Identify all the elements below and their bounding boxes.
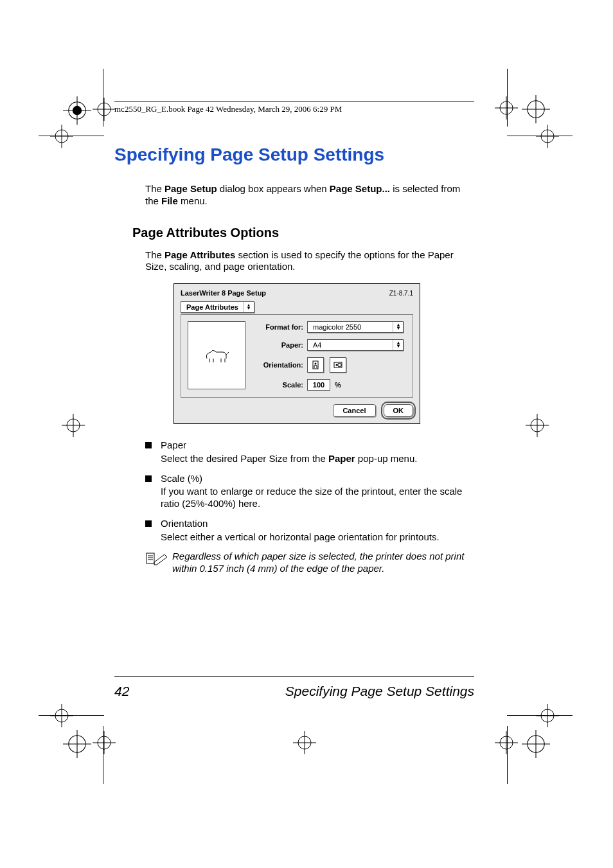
orientation-portrait-button[interactable] [307,357,324,373]
crop-cross-icon [293,731,316,754]
bullet-body: Select either a vertical or horizontal p… [161,531,440,542]
crop-cross-icon [62,414,85,437]
svg-point-47 [315,363,317,365]
chevron-updown-icon: ▴▾ [244,302,254,312]
crop-cross-icon [93,98,116,121]
bullet-body: Select the desired Paper Size from the P… [161,453,417,464]
chevron-updown-icon: ▴▾ [393,322,403,332]
scale-unit: % [335,381,341,389]
page-preview [188,321,245,389]
orientation-label: Orientation: [257,361,307,369]
section-body: The Page Attributes section is used to s… [145,249,474,274]
crop-line [507,715,573,716]
page-number: 42 [114,684,129,699]
dialog-screenshot: LaserWriter 8 Page Setup Z1-8.7.1 Page A… [173,283,474,424]
svg-point-49 [336,364,338,366]
crop-cross-icon [50,704,73,727]
crop-line [507,726,508,784]
registration-mark-icon [522,95,550,123]
crop-cross-icon [93,731,116,754]
format-for-label: Format for: [257,323,307,331]
crop-cross-icon [536,125,559,148]
paper-select[interactable]: A4 ▴▾ [307,339,404,351]
bullet-title: Orientation [161,518,474,530]
registration-mark-icon [63,96,91,125]
crop-line [103,726,103,784]
footer-title: Specifying Page Setup Settings [285,684,474,699]
crop-line [39,715,104,716]
crop-cross-icon [536,704,559,727]
bullet-title: Scale (%) [161,473,474,485]
crop-line [507,136,573,136]
registration-mark-icon [522,730,550,758]
crop-line [507,69,508,127]
chevron-updown-icon: ▴▾ [393,340,403,350]
crop-line [39,136,104,136]
dialog-version: Z1-8.7.1 [389,290,413,297]
bullet-body: If you want to enlarge or reduce the siz… [161,486,462,509]
registration-mark-icon [63,730,91,758]
note-text: Regardless of which paper size is select… [172,551,474,575]
crop-cross-icon [50,125,73,148]
footer-rule [114,676,474,677]
note-icon [145,551,172,575]
tab-select[interactable]: Page Attributes ▴▾ [181,301,254,313]
bullet-title: Paper [161,439,474,452]
page-title: Specifying Page Setup Settings [114,145,474,165]
crop-cross-icon [495,731,518,754]
square-bullet-icon [145,520,152,527]
crop-cross-icon [526,414,549,437]
ok-button[interactable]: OK [384,404,414,417]
square-bullet-icon [145,442,152,448]
section-heading: Page Attributes Options [132,226,474,240]
note-block: Regardless of which paper size is select… [145,551,474,575]
bullet-item: Paper Select the desired Paper Size from… [145,439,474,465]
header-rule [114,102,474,102]
cancel-button[interactable]: Cancel [333,404,375,417]
scale-input[interactable]: 100 [307,379,330,391]
dog-preview-icon [203,346,230,365]
scale-label: Scale: [257,381,307,389]
header-filename: mc2550_RG_E.book Page 42 Wednesday, Marc… [114,104,342,114]
bullet-item: Scale (%) If you want to enlarge or redu… [145,473,474,510]
format-for-select[interactable]: magicolor 2550 ▴▾ [307,321,404,333]
paper-label: Paper: [257,341,307,349]
crop-line [103,69,103,127]
bullet-item: Orientation Select either a vertical or … [145,518,474,544]
intro-paragraph: The Page Setup dialog box appears when P… [145,183,474,208]
svg-rect-50 [147,553,154,563]
orientation-landscape-button[interactable] [330,357,346,373]
dialog-title: LaserWriter 8 Page Setup [181,289,266,297]
crop-cross-icon [495,96,518,120]
square-bullet-icon [145,475,152,482]
